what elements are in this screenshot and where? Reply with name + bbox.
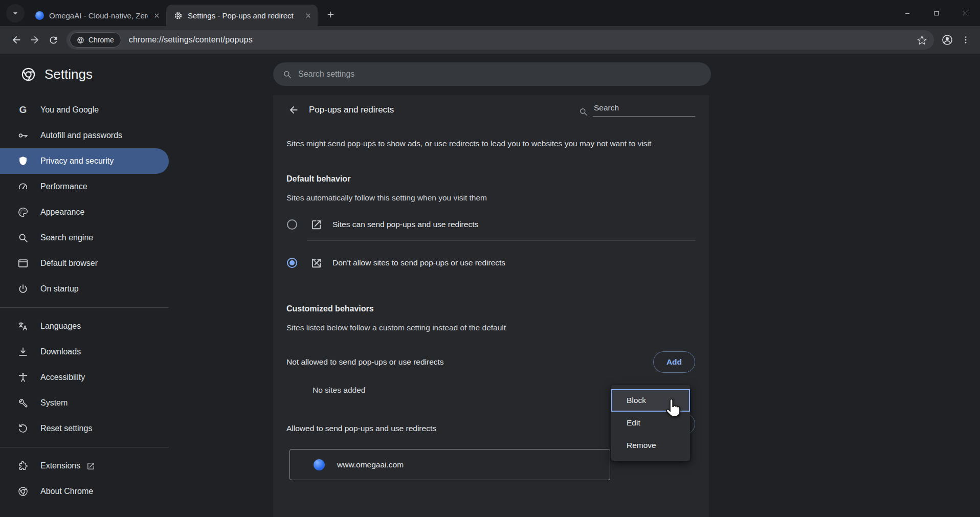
back-arrow-button[interactable] <box>284 101 303 119</box>
chrome-badge-label: Chrome <box>88 36 114 44</box>
reload-button[interactable] <box>44 31 62 49</box>
context-menu: Block Edit Remove <box>611 385 690 461</box>
sidebar-item-label: On startup <box>40 284 79 294</box>
sidebar-item-default-browser[interactable]: Default browser <box>0 251 169 276</box>
chrome-badge[interactable]: Chrome <box>70 32 121 48</box>
sidebar-item-reset-settings[interactable]: Reset settings <box>0 416 169 441</box>
option-label: Sites can send pop-ups and use redirects <box>332 220 478 229</box>
window-close-button[interactable] <box>951 0 980 26</box>
key-icon <box>17 129 29 142</box>
chevron-down-icon <box>11 9 20 18</box>
download-icon <box>17 346 29 358</box>
radio-unselected[interactable] <box>287 219 297 230</box>
omegaai-favicon <box>35 11 44 20</box>
sidebar-item-accessibility[interactable]: Accessibility <box>0 365 169 390</box>
sidebar-item-label: Languages <box>40 322 81 331</box>
shield-icon <box>17 155 29 167</box>
search-icon <box>578 107 588 117</box>
sidebar-item-label: Extensions <box>40 461 80 470</box>
tab-title: OmegaAI - Cloud-native, Zero- <box>49 11 148 20</box>
sidebar-item-label: Reset settings <box>40 424 92 433</box>
sidebar-item-performance[interactable]: Performance <box>0 174 169 199</box>
minimize-button[interactable] <box>893 0 922 26</box>
sidebar-item-label: Search engine <box>40 233 93 242</box>
tab-title: Settings - Pop-ups and redirect <box>188 11 299 20</box>
add-blocked-button[interactable]: Add <box>653 351 695 373</box>
settings-search-input[interactable] <box>298 70 702 79</box>
tab-settings[interactable]: Settings - Pop-ups and redirect <box>166 5 318 26</box>
kebab-menu-icon[interactable] <box>956 31 975 49</box>
chrome-logo-icon <box>20 66 36 82</box>
wrench-icon <box>17 397 29 409</box>
speedometer-icon <box>17 181 29 193</box>
browser-window-icon <box>17 257 29 269</box>
sidebar-item-appearance[interactable]: Appearance <box>0 199 169 225</box>
google-g-icon: G <box>17 104 29 116</box>
option-block-popups[interactable]: Don't allow sites to send pop-ups or use… <box>273 247 709 279</box>
sidebar-nav: GYou and GoogleAutofill and passwordsPri… <box>0 97 169 504</box>
palette-icon <box>17 206 29 218</box>
window-controls <box>893 0 980 26</box>
sidebar-item-extensions[interactable]: Extensions <box>0 453 169 479</box>
settings-search[interactable] <box>273 62 711 86</box>
page-search[interactable]: Search <box>578 103 695 117</box>
context-menu-item-remove[interactable]: Remove <box>611 434 690 457</box>
chrome-mini-icon <box>77 36 84 44</box>
sidebar-item-downloads[interactable]: Downloads <box>0 339 169 365</box>
sidebar-item-label: Accessibility <box>40 373 85 382</box>
option-allow-popups[interactable]: Sites can send pop-ups and use redirects <box>273 209 709 240</box>
browser-toolbar: Chrome chrome://settings/content/popups <box>0 26 980 54</box>
sidebar-item-autofill-and-passwords[interactable]: Autofill and passwords <box>0 123 169 148</box>
translate-icon <box>17 320 29 332</box>
magnifier-icon <box>17 232 29 244</box>
sidebar-item-label: System <box>40 398 68 408</box>
sidebar-item-privacy-and-security[interactable]: Privacy and security <box>0 148 169 174</box>
sidebar-item-label: Default browser <box>40 259 98 268</box>
sidebar-item-label: About Chrome <box>40 487 93 496</box>
popup-blocked-icon <box>310 257 322 269</box>
profile-button[interactable] <box>938 31 956 49</box>
sidebar-item-system[interactable]: System <box>0 390 169 416</box>
accessibility-icon <box>17 371 29 384</box>
sidebar-item-label: You and Google <box>40 105 99 115</box>
default-behavior-subtext: Sites automatically follow this setting … <box>286 193 695 203</box>
site-url: www.omegaai.com <box>337 460 404 469</box>
default-behavior-heading: Default behavior <box>286 174 709 184</box>
settings-header: Settings <box>0 54 980 95</box>
tab-close-icon[interactable] <box>151 10 162 21</box>
url-text: chrome://settings/content/popups <box>129 35 253 44</box>
settings-content: GYou and GoogleAutofill and passwordsPri… <box>0 95 980 517</box>
option-label: Don't allow sites to send pop-ups or use… <box>332 258 505 267</box>
address-bar[interactable]: Chrome chrome://settings/content/popups <box>66 30 934 50</box>
mouse-cursor <box>665 398 682 417</box>
sidebar-divider <box>0 447 169 447</box>
radio-selected[interactable] <box>287 258 297 268</box>
sidebar-item-search-engine[interactable]: Search engine <box>0 225 169 251</box>
sidebar-item-label: Downloads <box>40 347 81 356</box>
open-in-new-icon <box>310 219 322 231</box>
sidebar-item-about-chrome[interactable]: About Chrome <box>0 479 169 504</box>
history-icon <box>17 422 29 435</box>
gear-icon <box>173 11 183 20</box>
sidebar-item-label: Performance <box>40 182 87 191</box>
page-search-label[interactable]: Search <box>593 103 695 117</box>
tab-close-icon[interactable] <box>302 10 314 21</box>
extension-icon <box>17 460 29 472</box>
new-tab-button[interactable] <box>322 6 339 23</box>
sidebar-item-languages[interactable]: Languages <box>0 313 169 339</box>
blocked-list-header: Not allowed to send pop-ups or use redir… <box>273 346 709 378</box>
sidebar-item-you-and-google[interactable]: GYou and Google <box>0 97 169 123</box>
chrome-logo-icon <box>17 485 29 498</box>
tab-omegaai[interactable]: OmegaAI - Cloud-native, Zero- <box>28 5 166 26</box>
page-description: Sites might send pop-ups to show ads, or… <box>286 138 695 149</box>
forward-button[interactable] <box>26 31 44 49</box>
omegaai-favicon <box>314 459 325 470</box>
tab-search-button[interactable] <box>6 4 25 23</box>
allowed-site-row[interactable]: www.omegaai.com <box>289 449 610 480</box>
sidebar-item-on-startup[interactable]: On startup <box>0 276 169 302</box>
page-subheader: Pop-ups and redirects Search <box>273 95 709 125</box>
maximize-button[interactable] <box>922 0 951 26</box>
back-button[interactable] <box>7 31 26 49</box>
bookmark-star-button[interactable] <box>912 31 931 49</box>
divider <box>307 240 695 241</box>
